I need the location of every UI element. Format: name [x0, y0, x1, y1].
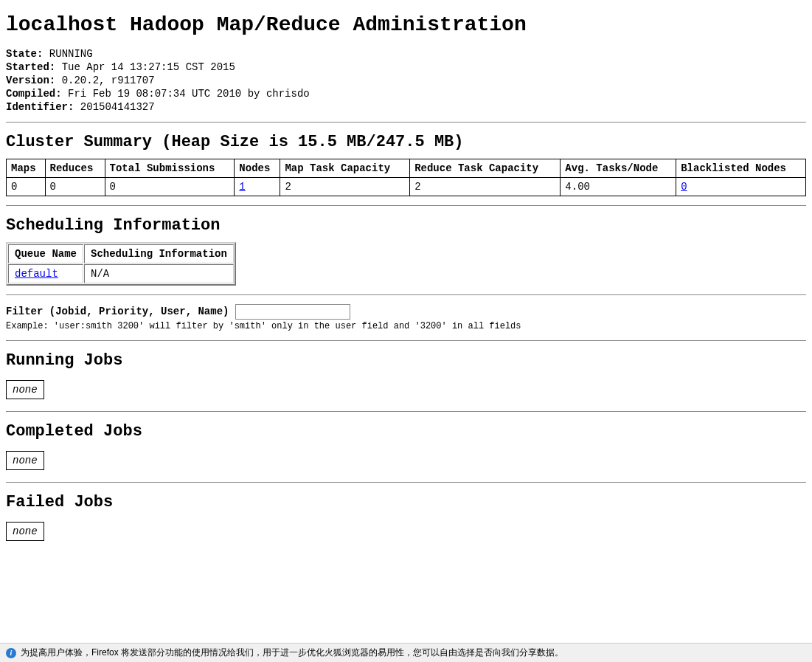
filter-input[interactable]: [235, 304, 350, 320]
divider: [6, 122, 806, 123]
cell-reduces: 0: [45, 178, 105, 196]
cell-queue-name: default: [8, 264, 83, 283]
col-avg-tasks-node: Avg. Tasks/Node: [561, 159, 676, 178]
identifier-value: 201504141327: [80, 101, 155, 113]
col-map-task-capacity: Map Task Capacity: [280, 159, 410, 178]
scheduling-heading: Scheduling Information: [6, 216, 806, 235]
version-label: Version:: [6, 75, 55, 86]
cell-reduce-task-capacity: 2: [410, 178, 561, 196]
nodes-link[interactable]: 1: [239, 181, 245, 193]
col-reduces: Reduces: [45, 159, 105, 178]
cell-total-submissions: 0: [105, 178, 235, 196]
running-jobs-heading: Running Jobs: [6, 351, 806, 370]
cluster-summary-table: Maps Reduces Total Submissions Nodes Map…: [6, 159, 806, 196]
col-queue-name: Queue Name: [8, 244, 83, 263]
table-header-row: Maps Reduces Total Submissions Nodes Map…: [7, 159, 806, 178]
cell-map-task-capacity: 2: [280, 178, 410, 196]
queue-default-link[interactable]: default: [15, 268, 58, 280]
col-reduce-task-capacity: Reduce Task Capacity: [410, 159, 561, 178]
compiled-line: Compiled: Fri Feb 19 08:07:34 UTC 2010 b…: [6, 88, 806, 100]
cell-blacklisted-nodes: 0: [676, 178, 806, 196]
table-header-row: Queue Name Scheduling Information: [8, 244, 234, 263]
blacklisted-nodes-link[interactable]: 0: [681, 181, 687, 193]
divider: [6, 205, 806, 206]
col-nodes: Nodes: [235, 159, 280, 178]
identifier-label: Identifier:: [6, 101, 74, 113]
filter-row: Filter (Jobid, Priority, User, Name): [6, 304, 806, 320]
completed-jobs-none: none: [6, 451, 44, 470]
divider: [6, 482, 806, 483]
cell-scheduling-info: N/A: [84, 264, 234, 283]
failed-jobs-none: none: [6, 522, 44, 541]
col-total-submissions: Total Submissions: [105, 159, 235, 178]
compiled-value: Fri Feb 19 08:07:34 UTC 2010 by chrisdo: [68, 88, 310, 100]
divider: [6, 294, 806, 295]
cell-avg-tasks-node: 4.00: [561, 178, 676, 196]
started-line: Started: Tue Apr 14 13:27:15 CST 2015: [6, 61, 806, 73]
started-label: Started:: [6, 61, 55, 73]
state-label: State:: [6, 48, 43, 60]
scheduling-table: Queue Name Scheduling Information defaul…: [6, 242, 236, 286]
state-value: RUNNING: [49, 48, 93, 60]
compiled-label: Compiled:: [6, 88, 62, 100]
running-jobs-none: none: [6, 380, 44, 399]
filter-example: Example: 'user:smith 3200' will filter b…: [6, 321, 806, 331]
col-maps: Maps: [7, 159, 46, 178]
completed-jobs-heading: Completed Jobs: [6, 422, 806, 441]
table-row: 0 0 0 1 2 2 4.00 0: [7, 178, 806, 196]
state-line: State: RUNNING: [6, 48, 806, 60]
table-row: default N/A: [8, 264, 234, 283]
col-scheduling-info: Scheduling Information: [84, 244, 234, 263]
filter-label: Filter (Jobid, Priority, User, Name): [6, 306, 229, 317]
version-line: Version: 0.20.2, r911707: [6, 75, 806, 86]
identifier-line: Identifier: 201504141327: [6, 101, 806, 113]
divider: [6, 340, 806, 341]
col-blacklisted-nodes: Blacklisted Nodes: [676, 159, 806, 178]
version-value: 0.20.2, r911707: [62, 75, 155, 86]
cell-maps: 0: [7, 178, 46, 196]
cell-nodes: 1: [235, 178, 280, 196]
divider: [6, 411, 806, 412]
failed-jobs-heading: Failed Jobs: [6, 493, 806, 511]
page-title: localhost Hadoop Map/Reduce Administrati…: [6, 13, 806, 36]
started-value: Tue Apr 14 13:27:15 CST 2015: [62, 61, 235, 73]
cluster-summary-heading: Cluster Summary (Heap Size is 15.5 MB/24…: [6, 133, 806, 151]
